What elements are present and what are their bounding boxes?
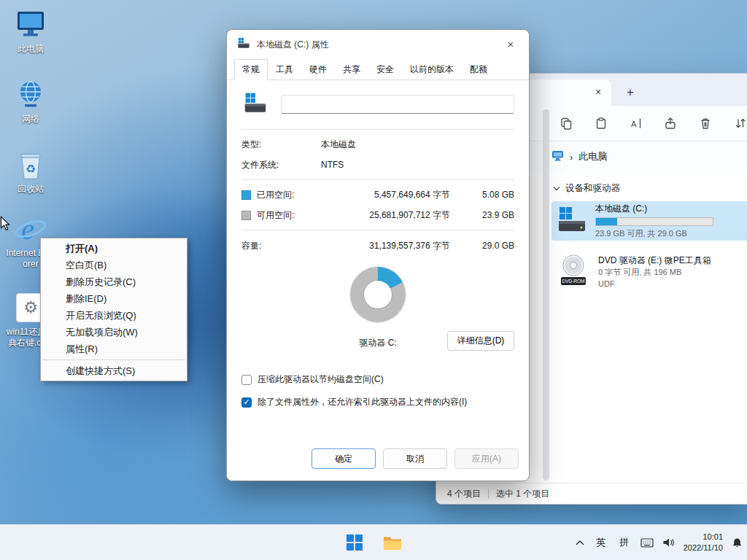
drive-caption: 驱动器 C: — [359, 337, 396, 349]
drive-name: DVD 驱动器 (E:) 微PE工具箱 — [598, 254, 711, 267]
desktop-icon-network[interactable]: 网络 — [6, 77, 55, 125]
drive-item-dvd[interactable]: DVD-ROM DVD 驱动器 (E:) 微PE工具箱 0 字节 可用, 共 1… — [551, 246, 747, 298]
ok-button[interactable]: 确定 — [311, 448, 376, 469]
free-space-gb: 23.9 GB — [469, 210, 514, 220]
details-button[interactable]: 详细信息(D) — [447, 331, 514, 351]
index-checkbox[interactable] — [241, 397, 252, 408]
menu-item-delete-history[interactable]: 删除历史记录(C) — [41, 273, 187, 290]
volume-label-input[interactable] — [281, 95, 514, 114]
menu-item-delete-ie[interactable]: 删除IE(D) — [41, 290, 187, 307]
scrollbar[interactable] — [543, 109, 549, 481]
ime-pinyin-indicator[interactable]: 拼 — [617, 536, 632, 549]
new-tab-button[interactable]: + — [622, 84, 639, 101]
status-bar: 4 个项目 选中 1 个项目 — [436, 483, 747, 504]
dvd-drive-icon: DVD-ROM — [557, 254, 589, 290]
date: 2022/11/10 — [684, 542, 723, 553]
drive-usage-fill — [596, 218, 617, 225]
tab-general[interactable]: 常规 — [234, 59, 268, 80]
group-header-devices[interactable]: 设备和驱动器 — [553, 182, 620, 195]
drive-icon — [241, 92, 269, 116]
taskbar: 英 拼 10:01 2022/11/10 — [0, 524, 747, 560]
apply-button: 应用(A) — [454, 448, 519, 469]
desktop-icon-recycle-bin[interactable]: ♻ 回收站 — [6, 147, 55, 195]
free-space-label: 可用空间: — [257, 209, 321, 222]
menu-item-open[interactable]: 打开(A) — [41, 240, 187, 257]
close-icon[interactable]: × — [500, 35, 522, 54]
paste-icon[interactable] — [594, 116, 608, 131]
breadcrumb[interactable]: 此电脑 — [578, 150, 607, 163]
desktop-icon-label: 网络 — [6, 114, 55, 125]
capacity-bytes: 31,139,557,376 字节 — [321, 240, 469, 252]
delete-icon[interactable] — [698, 116, 713, 131]
notification-bell-icon[interactable] — [732, 537, 743, 548]
file-explorer-taskbar-button[interactable] — [379, 529, 406, 556]
chevron-down-icon — [553, 186, 560, 191]
used-space-gb: 5.08 GB — [469, 190, 514, 200]
general-tab-page: 类型: 本地磁盘 文件系统: NTFS 已用空间: 5,457,649,664 … — [227, 80, 529, 438]
free-space-bytes: 25,681,907,712 字节 — [321, 209, 469, 222]
dialog-tab-strip: 常规 工具 硬件 共享 安全 以前的版本 配额 — [227, 59, 529, 80]
dialog-title: 本地磁盘 (C:) 属性 — [257, 39, 500, 51]
desktop: 此电脑 网络 ♻ 回收站 e Internet Explorer ⚙ win11… — [0, 0, 747, 560]
tab-sharing[interactable]: 共享 — [335, 59, 368, 80]
cancel-button[interactable]: 取消 — [383, 448, 447, 469]
dialog-title-bar[interactable]: 本地磁盘 (C:) 属性 × — [227, 30, 529, 59]
recycle-bin-icon: ♻ — [6, 147, 55, 182]
menu-item-properties[interactable]: 属性(R) — [41, 341, 187, 357]
context-menu: 打开(A) 空白页(B) 删除历史记录(C) 删除IE(D) 开启无痕浏览(Q)… — [40, 238, 187, 381]
this-pc-icon — [6, 7, 55, 42]
filesystem-label: 文件系统: — [241, 159, 321, 171]
start-button[interactable] — [341, 529, 368, 556]
tab-previous-versions[interactable]: 以前的版本 — [402, 59, 462, 80]
drive-name: 本地磁盘 (C:) — [595, 203, 713, 215]
sort-icon[interactable] — [733, 116, 747, 131]
capacity-label: 容量: — [241, 240, 321, 252]
free-space-swatch — [241, 211, 251, 220]
desktop-icon-this-pc[interactable]: 此电脑 — [6, 7, 55, 55]
status-selected-count: 选中 1 个项目 — [496, 488, 549, 500]
tab-security[interactable]: 安全 — [368, 59, 402, 80]
menu-item-create-shortcut[interactable]: 创建快捷方式(S) — [41, 362, 187, 379]
this-pc-small-icon — [551, 150, 564, 163]
disk-properties-dialog: 本地磁盘 (C:) 属性 × 常规 工具 硬件 共享 安全 以前的版本 配额 类… — [226, 29, 530, 481]
capacity-donut — [350, 267, 406, 322]
used-space-bytes: 5,457,649,664 字节 — [321, 189, 469, 201]
volume-icon[interactable] — [662, 537, 675, 548]
desktop-icon-label: 回收站 — [6, 184, 55, 195]
capacity-gb: 29.0 GB — [469, 241, 514, 251]
divider — [241, 129, 514, 130]
copy-icon[interactable] — [559, 116, 573, 131]
tab-tools[interactable]: 工具 — [268, 59, 301, 80]
compress-checkbox[interactable] — [241, 375, 252, 385]
dialog-footer: 确定 取消 应用(A) — [227, 438, 529, 481]
drive-free-text: 23.9 GB 可用, 共 29.0 GB — [595, 228, 713, 240]
clock[interactable]: 10:01 2022/11/10 — [684, 532, 723, 553]
tab-close-icon[interactable]: × — [591, 85, 605, 100]
drive-small-icon — [237, 37, 250, 52]
tab-hardware[interactable]: 硬件 — [301, 59, 335, 80]
folder-icon — [383, 534, 402, 551]
tab-quota[interactable]: 配额 — [462, 59, 495, 80]
divider — [241, 179, 514, 180]
svg-text:e: e — [21, 213, 34, 246]
menu-separator — [42, 359, 185, 360]
used-space-label: 已用空间: — [257, 189, 321, 201]
mouse-cursor — [0, 216, 10, 231]
menu-item-inprivate[interactable]: 开启无痕浏览(Q) — [41, 307, 187, 324]
svg-text:DVD-ROM: DVD-ROM — [562, 279, 584, 284]
touch-keyboard-icon[interactable] — [640, 538, 654, 548]
breadcrumb-chevron: › — [570, 152, 573, 163]
rename-icon[interactable]: A — [629, 116, 643, 131]
share-icon[interactable] — [663, 116, 678, 131]
used-space-swatch — [241, 190, 251, 200]
drive-item-c[interactable]: 本地磁盘 (C:) 23.9 GB 可用, 共 29.0 GB — [551, 201, 747, 241]
drive-free-text: 0 字节 可用, 共 196 MB — [598, 267, 711, 279]
index-checkbox-label: 除了文件属性外，还允许索引此驱动器上文件的内容(I) — [258, 396, 467, 408]
menu-item-blank-page[interactable]: 空白页(B) — [41, 257, 187, 273]
local-disk-icon — [557, 206, 587, 236]
ime-language-indicator[interactable]: 英 — [594, 536, 608, 549]
status-item-count: 4 个项目 — [447, 488, 481, 500]
tray-expand-icon[interactable] — [575, 539, 585, 546]
menu-item-no-addons[interactable]: 无加载项启动(W) — [41, 324, 187, 341]
svg-text:A: A — [631, 120, 637, 128]
